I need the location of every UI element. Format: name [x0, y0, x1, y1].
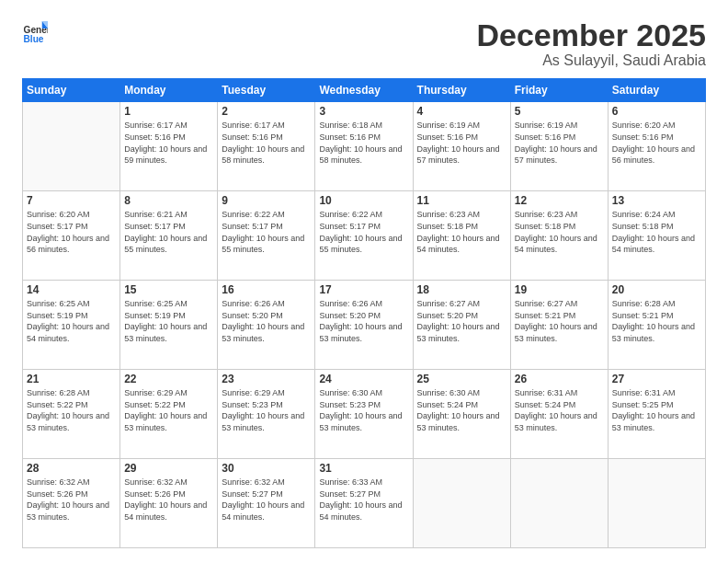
calendar-week-4: 21 Sunrise: 6:28 AMSunset: 5:22 PMDaylig… — [23, 370, 706, 459]
table-row: 22 Sunrise: 6:29 AMSunset: 5:22 PMDaylig… — [120, 370, 218, 459]
day-number: 5 — [515, 105, 604, 118]
table-row: 14 Sunrise: 6:25 AMSunset: 5:19 PMDaylig… — [23, 281, 120, 370]
header: General Blue December 2025 As Sulayyil, … — [22, 18, 706, 69]
day-info: Sunrise: 6:17 AMSunset: 5:16 PMDaylight:… — [222, 120, 311, 166]
day-info: Sunrise: 6:28 AMSunset: 5:21 PMDaylight:… — [612, 298, 701, 344]
day-number: 16 — [222, 283, 311, 296]
calendar-week-2: 7 Sunrise: 6:20 AMSunset: 5:17 PMDayligh… — [23, 191, 706, 281]
table-row: 3 Sunrise: 6:18 AMSunset: 5:16 PMDayligh… — [315, 102, 413, 191]
day-number: 31 — [319, 462, 408, 475]
day-info: Sunrise: 6:30 AMSunset: 5:23 PMDaylight:… — [319, 387, 408, 433]
day-number: 4 — [417, 105, 506, 118]
day-number: 20 — [612, 283, 701, 296]
day-info: Sunrise: 6:22 AMSunset: 5:17 PMDaylight:… — [222, 209, 311, 255]
logo: General Blue — [22, 18, 48, 44]
month-title: December 2025 — [476, 18, 706, 52]
table-row: 21 Sunrise: 6:28 AMSunset: 5:22 PMDaylig… — [23, 370, 120, 459]
table-row: 25 Sunrise: 6:30 AMSunset: 5:24 PMDaylig… — [413, 370, 510, 459]
day-number: 21 — [27, 373, 116, 385]
table-row: 29 Sunrise: 6:32 AMSunset: 5:26 PMDaylig… — [120, 459, 218, 548]
table-row — [23, 102, 120, 191]
day-info: Sunrise: 6:29 AMSunset: 5:22 PMDaylight:… — [124, 387, 213, 433]
header-row: Sunday Monday Tuesday Wednesday Thursday… — [23, 79, 706, 102]
day-number: 3 — [319, 105, 408, 118]
day-number: 10 — [319, 194, 408, 207]
day-info: Sunrise: 6:19 AMSunset: 5:16 PMDaylight:… — [515, 120, 604, 166]
table-row: 16 Sunrise: 6:26 AMSunset: 5:20 PMDaylig… — [218, 281, 315, 370]
day-info: Sunrise: 6:32 AMSunset: 5:27 PMDaylight:… — [222, 477, 311, 523]
day-number: 1 — [124, 105, 213, 118]
title-block: December 2025 As Sulayyil, Saudi Arabia — [476, 18, 706, 69]
day-number: 18 — [417, 283, 506, 296]
calendar-week-3: 14 Sunrise: 6:25 AMSunset: 5:19 PMDaylig… — [23, 281, 706, 370]
day-info: Sunrise: 6:20 AMSunset: 5:16 PMDaylight:… — [612, 120, 701, 166]
day-info: Sunrise: 6:18 AMSunset: 5:16 PMDaylight:… — [319, 120, 408, 166]
col-saturday: Saturday — [608, 79, 705, 102]
day-info: Sunrise: 6:17 AMSunset: 5:16 PMDaylight:… — [124, 120, 213, 166]
day-info: Sunrise: 6:19 AMSunset: 5:16 PMDaylight:… — [417, 120, 506, 166]
col-thursday: Thursday — [413, 79, 510, 102]
table-row: 18 Sunrise: 6:27 AMSunset: 5:20 PMDaylig… — [413, 281, 510, 370]
day-number: 12 — [515, 194, 604, 207]
table-row: 31 Sunrise: 6:33 AMSunset: 5:27 PMDaylig… — [315, 459, 413, 548]
day-info: Sunrise: 6:21 AMSunset: 5:17 PMDaylight:… — [124, 209, 213, 255]
table-row: 27 Sunrise: 6:31 AMSunset: 5:25 PMDaylig… — [608, 370, 705, 459]
day-number: 19 — [515, 283, 604, 296]
day-info: Sunrise: 6:33 AMSunset: 5:27 PMDaylight:… — [319, 477, 408, 523]
table-row: 19 Sunrise: 6:27 AMSunset: 5:21 PMDaylig… — [510, 281, 608, 370]
table-row: 17 Sunrise: 6:26 AMSunset: 5:20 PMDaylig… — [315, 281, 413, 370]
col-sunday: Sunday — [23, 79, 120, 102]
table-row: 24 Sunrise: 6:30 AMSunset: 5:23 PMDaylig… — [315, 370, 413, 459]
day-number: 26 — [515, 373, 604, 385]
svg-text:Blue: Blue — [24, 34, 44, 44]
table-row: 9 Sunrise: 6:22 AMSunset: 5:17 PMDayligh… — [218, 191, 315, 281]
page: General Blue December 2025 As Sulayyil, … — [0, 0, 728, 563]
calendar-week-1: 1 Sunrise: 6:17 AMSunset: 5:16 PMDayligh… — [23, 102, 706, 191]
day-number: 9 — [222, 194, 311, 207]
table-row: 10 Sunrise: 6:22 AMSunset: 5:17 PMDaylig… — [315, 191, 413, 281]
table-row: 1 Sunrise: 6:17 AMSunset: 5:16 PMDayligh… — [120, 102, 218, 191]
col-wednesday: Wednesday — [315, 79, 413, 102]
day-info: Sunrise: 6:32 AMSunset: 5:26 PMDaylight:… — [124, 477, 213, 523]
day-info: Sunrise: 6:25 AMSunset: 5:19 PMDaylight:… — [124, 298, 213, 344]
day-info: Sunrise: 6:32 AMSunset: 5:26 PMDaylight:… — [27, 477, 116, 523]
day-info: Sunrise: 6:22 AMSunset: 5:17 PMDaylight:… — [319, 209, 408, 255]
col-tuesday: Tuesday — [218, 79, 315, 102]
day-info: Sunrise: 6:29 AMSunset: 5:23 PMDaylight:… — [222, 387, 311, 433]
day-number: 13 — [612, 194, 701, 207]
table-row: 13 Sunrise: 6:24 AMSunset: 5:18 PMDaylig… — [608, 191, 705, 281]
table-row: 5 Sunrise: 6:19 AMSunset: 5:16 PMDayligh… — [510, 102, 608, 191]
table-row — [608, 459, 705, 548]
day-info: Sunrise: 6:30 AMSunset: 5:24 PMDaylight:… — [417, 387, 506, 433]
day-info: Sunrise: 6:23 AMSunset: 5:18 PMDaylight:… — [417, 209, 506, 255]
day-info: Sunrise: 6:23 AMSunset: 5:18 PMDaylight:… — [515, 209, 604, 255]
table-row: 6 Sunrise: 6:20 AMSunset: 5:16 PMDayligh… — [608, 102, 705, 191]
day-number: 30 — [222, 462, 311, 475]
day-info: Sunrise: 6:27 AMSunset: 5:20 PMDaylight:… — [417, 298, 506, 344]
day-number: 15 — [124, 283, 213, 296]
table-row: 4 Sunrise: 6:19 AMSunset: 5:16 PMDayligh… — [413, 102, 510, 191]
col-friday: Friday — [510, 79, 608, 102]
day-number: 8 — [124, 194, 213, 207]
table-row: 28 Sunrise: 6:32 AMSunset: 5:26 PMDaylig… — [23, 459, 120, 548]
col-monday: Monday — [120, 79, 218, 102]
day-info: Sunrise: 6:28 AMSunset: 5:22 PMDaylight:… — [27, 387, 116, 433]
day-number: 2 — [222, 105, 311, 118]
table-row: 7 Sunrise: 6:20 AMSunset: 5:17 PMDayligh… — [23, 191, 120, 281]
table-row — [510, 459, 608, 548]
day-info: Sunrise: 6:24 AMSunset: 5:18 PMDaylight:… — [612, 209, 701, 255]
day-number: 23 — [222, 373, 311, 385]
day-number: 28 — [27, 462, 116, 475]
day-number: 6 — [612, 105, 701, 118]
day-number: 29 — [124, 462, 213, 475]
day-info: Sunrise: 6:25 AMSunset: 5:19 PMDaylight:… — [27, 298, 116, 344]
day-info: Sunrise: 6:26 AMSunset: 5:20 PMDaylight:… — [319, 298, 408, 344]
calendar-week-5: 28 Sunrise: 6:32 AMSunset: 5:26 PMDaylig… — [23, 459, 706, 548]
logo-icon: General Blue — [22, 18, 48, 44]
table-row: 11 Sunrise: 6:23 AMSunset: 5:18 PMDaylig… — [413, 191, 510, 281]
table-row: 26 Sunrise: 6:31 AMSunset: 5:24 PMDaylig… — [510, 370, 608, 459]
day-info: Sunrise: 6:27 AMSunset: 5:21 PMDaylight:… — [515, 298, 604, 344]
day-number: 17 — [319, 283, 408, 296]
day-number: 25 — [417, 373, 506, 385]
table-row: 23 Sunrise: 6:29 AMSunset: 5:23 PMDaylig… — [218, 370, 315, 459]
